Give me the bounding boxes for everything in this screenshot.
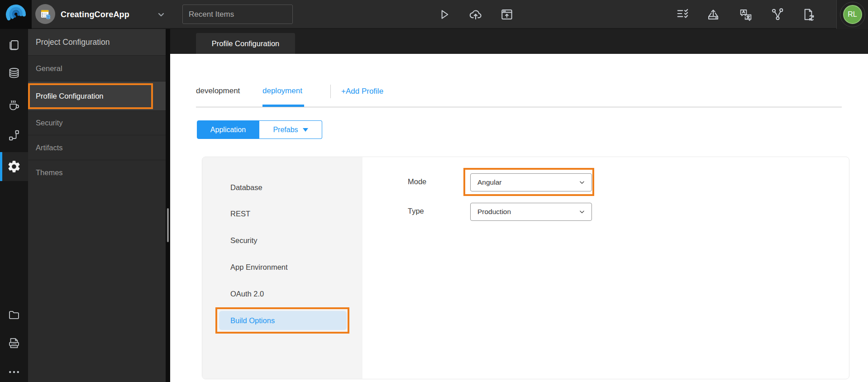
file-sync-icon[interactable] — [799, 0, 817, 29]
application-toggle-button[interactable]: Application — [197, 120, 259, 139]
add-profile-button[interactable]: +Add Profile — [341, 87, 383, 96]
project-config-panel: Project Configuration General Profile Co… — [28, 29, 170, 382]
mode-label: Mode — [408, 177, 426, 186]
recent-items-label: Recent Items — [189, 10, 234, 19]
avatar: RL — [843, 5, 862, 24]
menu-item-rest[interactable]: REST — [230, 208, 250, 219]
run-play-icon[interactable] — [435, 0, 453, 29]
file-explorer-icon[interactable] — [7, 308, 21, 322]
cloud-upload-icon[interactable] — [467, 0, 485, 29]
user-menu[interactable]: RL — [836, 0, 868, 29]
menu-item-security[interactable]: Security — [230, 235, 258, 246]
project-title: CreatingCoreApp — [61, 0, 129, 29]
chevron-down-icon — [579, 209, 585, 215]
chevron-down-icon[interactable] — [156, 0, 167, 29]
profile-configuration-content: development deployment +Add Profile Appl… — [170, 54, 868, 382]
type-label: Type — [408, 207, 424, 215]
sidebar-item-artifacts[interactable]: Artifacts — [28, 135, 170, 160]
orchestration-icon[interactable] — [7, 129, 21, 142]
java-services-icon[interactable] — [7, 98, 21, 112]
type-select[interactable]: Production — [470, 203, 592, 221]
tabs-bottom-rule — [196, 107, 842, 107]
main-header-bar: Profile Configuration — [170, 29, 868, 54]
scope-toggle: Application Prefabs — [197, 120, 322, 139]
pages-icon[interactable] — [7, 38, 21, 52]
scrollbar-thumb[interactable] — [167, 208, 169, 242]
svg-text:LOG: LOG — [11, 343, 16, 345]
tab-development[interactable]: development — [196, 86, 240, 96]
wavemaker-studio: CreatingCoreApp Recent Items — [0, 0, 868, 382]
prefabs-toggle-button[interactable]: Prefabs — [259, 120, 322, 139]
preview-window-icon[interactable] — [498, 0, 516, 29]
sidebar-item-security[interactable]: Security — [28, 110, 170, 135]
main-area: Profile Configuration development deploy… — [170, 29, 868, 382]
tab-deployment[interactable]: deployment — [262, 86, 302, 96]
settings-gear-icon[interactable] — [7, 159, 21, 174]
settings-menu: Database REST Security App Environment O… — [202, 157, 362, 379]
branch-share-icon[interactable] — [768, 0, 787, 29]
export-app-icon[interactable] — [704, 0, 722, 29]
sidebar-item-profile-configuration[interactable]: Profile Configuration — [28, 81, 170, 110]
sidebar-item-themes[interactable]: Themes — [28, 160, 170, 185]
mode-select[interactable]: Angular — [470, 173, 592, 191]
caret-down-icon — [303, 128, 308, 132]
panel-title: Project Configuration — [28, 29, 170, 55]
more-ellipsis-icon[interactable] — [7, 365, 21, 379]
left-rail: LOG — [0, 29, 28, 382]
tab-profile-configuration[interactable]: Profile Configuration — [196, 33, 295, 54]
project-icon[interactable] — [35, 4, 55, 24]
panel-scrollbar[interactable] — [166, 29, 170, 382]
logs-icon[interactable]: LOG — [7, 336, 21, 350]
type-value: Production — [477, 208, 511, 216]
wavemaker-logo[interactable] — [0, 0, 32, 29]
checklist-icon[interactable] — [674, 0, 692, 29]
chevron-down-icon — [579, 179, 585, 186]
menu-item-database[interactable]: Database — [230, 182, 262, 193]
top-bar: CreatingCoreApp Recent Items — [0, 0, 868, 29]
avatar-ring: RL — [840, 2, 865, 27]
sidebar-item-general[interactable]: General — [28, 55, 170, 81]
menu-item-oauth[interactable]: OAuth 2.0 — [230, 288, 264, 299]
tab-divider — [330, 85, 331, 98]
recent-items-dropdown[interactable]: Recent Items — [182, 5, 293, 24]
mode-value: Angular — [477, 178, 501, 186]
menu-item-build-options-active[interactable]: Build Options — [219, 311, 347, 330]
settings-card: Database REST Security App Environment O… — [202, 157, 849, 379]
database-icon[interactable] — [7, 67, 21, 80]
translate-chat-icon[interactable] — [737, 0, 755, 29]
menu-item-app-environment[interactable]: App Environment — [230, 262, 288, 272]
